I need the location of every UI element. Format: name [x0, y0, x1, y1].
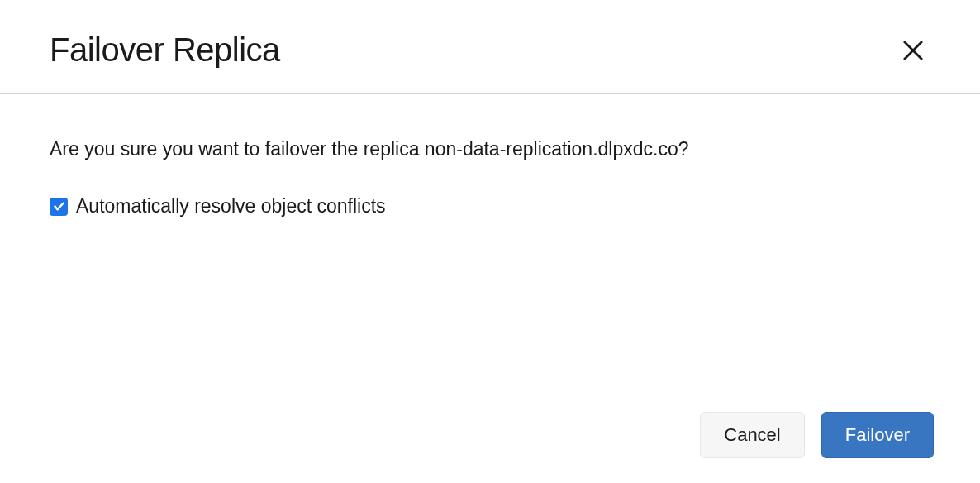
dialog-body: Are you sure you want to failover the re… — [0, 94, 980, 395]
auto-resolve-checkbox[interactable] — [50, 198, 68, 216]
dialog-footer: Cancel Failover — [0, 395, 980, 483]
dialog-title: Failover Replica — [50, 31, 280, 69]
checkmark-icon — [53, 200, 65, 213]
auto-resolve-checkbox-row: Automatically resolve object conflicts — [50, 195, 930, 218]
confirm-message: Are you sure you want to failover the re… — [50, 136, 930, 162]
failover-replica-dialog: Failover Replica Are you sure you want t… — [0, 0, 980, 483]
cancel-button[interactable]: Cancel — [700, 412, 804, 458]
close-button[interactable] — [896, 33, 930, 68]
dialog-header: Failover Replica — [0, 0, 980, 94]
close-icon — [901, 38, 925, 63]
failover-button[interactable]: Failover — [821, 412, 934, 458]
auto-resolve-checkbox-label[interactable]: Automatically resolve object conflicts — [76, 195, 386, 218]
